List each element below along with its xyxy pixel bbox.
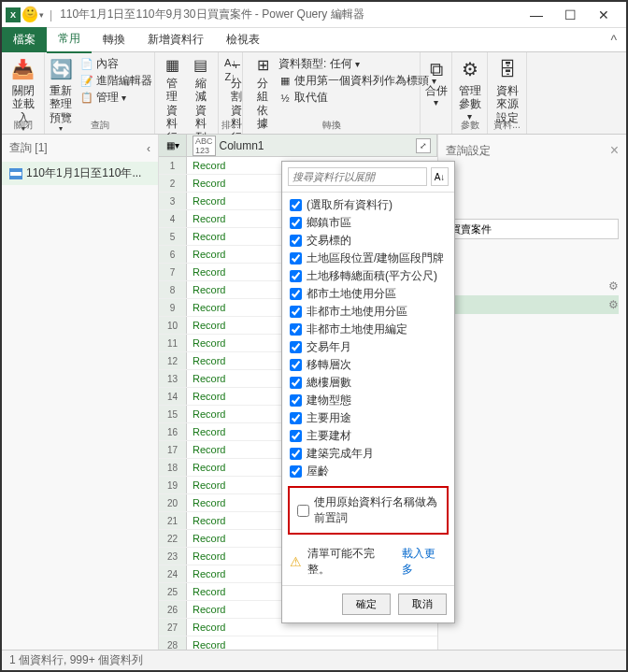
tab-file[interactable]: 檔案 — [2, 27, 47, 52]
column-checkbox[interactable]: 主要建材 — [290, 427, 447, 445]
column-checkbox[interactable]: 非都市土地使用分區 — [290, 303, 447, 321]
use-original-prefix-checkbox[interactable]: 使用原始資料行名稱做為前置詞 — [297, 493, 439, 527]
warning-icon: ⚠ — [290, 554, 302, 569]
column-checkbox[interactable]: 土地區段位置/建物區段門牌 — [290, 250, 447, 267]
advanced-editor-button[interactable]: 📝進階編輯器 — [80, 73, 152, 89]
minimize-button[interactable]: — — [525, 7, 548, 22]
row-number: 3 — [159, 193, 187, 209]
gear-icon[interactable]: ⚙ — [608, 298, 619, 311]
ok-button[interactable]: 確定 — [342, 593, 391, 615]
split-icon: ⫟ — [227, 56, 246, 75]
datatype-button[interactable]: 資料類型: 任何▾ — [278, 56, 360, 72]
properties-button[interactable]: 📄內容 — [80, 56, 119, 72]
query-item[interactable]: 110年1月1日至110年... — [2, 162, 158, 185]
column-header[interactable]: ABC123 Column1 ⤢ — [187, 135, 437, 156]
manage-button[interactable]: 📋管理▾ — [80, 90, 126, 106]
row-number: 19 — [159, 477, 187, 493]
search-columns-input[interactable] — [288, 167, 427, 186]
properties-icon: 📄 — [80, 58, 93, 71]
column-checkbox[interactable]: 建築完成年月 — [290, 445, 447, 463]
row-number: 6 — [159, 246, 187, 263]
replace-values-button[interactable]: ½取代值 — [278, 90, 328, 106]
datasource-icon: 🗄 — [494, 56, 521, 82]
column-checkbox[interactable]: 屋齡 — [290, 463, 447, 480]
column-checkbox[interactable]: 非都市土地使用編定 — [290, 321, 447, 338]
applied-step-selected[interactable]: ⚙ — [446, 295, 619, 314]
column-checkbox[interactable]: 都市土地使用分區 — [290, 285, 447, 303]
datasource-settings-button[interactable]: 🗄資料來源設定 — [492, 54, 523, 126]
row-number: 8 — [159, 281, 187, 298]
first-row-header-button[interactable]: ▦使用第一個資料列作為標頭▾ — [278, 73, 436, 89]
row-number: 16 — [159, 423, 187, 440]
query-name-input[interactable] — [446, 219, 619, 239]
column-checkbox[interactable]: 建物移轉總面積(平方公尺) — [290, 480, 447, 482]
row-number: 15 — [159, 406, 187, 422]
row-number: 11 — [159, 335, 187, 351]
row-number: 1 — [159, 157, 187, 174]
row-number: 28 — [159, 636, 187, 650]
column-checkbox[interactable]: (選取所有資料行) — [290, 196, 447, 214]
gear-icon[interactable]: ⚙ — [608, 279, 619, 293]
editor-icon: 📝 — [80, 75, 93, 88]
queries-pane: 查詢 [1] ‹ 110年1月1日至110年... — [2, 135, 159, 650]
table-row[interactable]: 28Record — [159, 636, 437, 650]
manage-params-button[interactable]: ⚙管理參數▾ — [454, 54, 486, 124]
column-checkbox[interactable]: 交易年月 — [290, 338, 447, 356]
row-number: 27 — [159, 619, 187, 636]
collapse-ribbon-icon[interactable]: ^ — [601, 33, 626, 48]
replace-icon: ½ — [278, 92, 292, 105]
record-cell[interactable]: Record — [187, 636, 437, 650]
dropdown-icon[interactable]: ▾ — [39, 10, 44, 20]
menubar: 檔案 常用 轉換 新增資料行 檢視表 ^ — [2, 28, 626, 52]
column-checkbox[interactable]: 總樓層數 — [290, 374, 447, 392]
row-number: 13 — [159, 370, 187, 387]
row-number: 26 — [159, 601, 187, 618]
load-more-link[interactable]: 載入更多 — [402, 546, 447, 578]
titlebar: X ▾ | 110年1月1日至110年9月30日買賣案件 - Power Que… — [2, 2, 626, 28]
close-button[interactable]: ✕ — [592, 7, 615, 22]
tab-home[interactable]: 常用 — [47, 26, 92, 53]
row-number: 20 — [159, 494, 187, 511]
warning-text: 清單可能不完整。 — [307, 546, 396, 578]
maximize-button[interactable]: ☐ — [559, 7, 581, 22]
row-number: 24 — [159, 565, 187, 582]
nav-collapse-icon[interactable]: ‹ — [147, 142, 150, 155]
excel-icon: X — [6, 7, 21, 22]
row-number: 10 — [159, 317, 187, 334]
column-checkbox[interactable]: 主要用途 — [290, 409, 447, 427]
cancel-button[interactable]: 取消 — [398, 593, 447, 615]
params-icon: ⚙ — [457, 56, 483, 82]
column-checkbox[interactable]: 建物型態 — [290, 392, 447, 409]
combine-button[interactable]: ⧉合併▾ — [421, 54, 452, 110]
row-number: 9 — [159, 299, 187, 316]
row-number: 4 — [159, 210, 187, 227]
tab-view[interactable]: 檢視表 — [215, 27, 271, 52]
window-title: 110年1月1日至110年9月30日買賣案件 - Power Query 編輯器 — [60, 7, 525, 22]
expand-column-icon[interactable]: ⤢ — [416, 138, 431, 153]
applied-step[interactable]: ⚙ — [446, 277, 619, 295]
refresh-icon: 🔄 — [48, 56, 74, 82]
status-text: 1 個資料行, 999+ 個資料列 — [9, 652, 143, 668]
column-checkbox[interactable]: 土地移轉總面積(平方公尺) — [290, 267, 447, 285]
datatype-icon[interactable]: ABC123 — [193, 136, 216, 156]
row-number: 25 — [159, 583, 187, 600]
sort-columns-button[interactable]: A↓ — [431, 167, 449, 186]
expand-column-popup: A↓ (選取所有資料行)鄉鎮市區交易標的土地區段位置/建物區段門牌土地移轉總面積… — [281, 161, 455, 623]
tab-addcolumn[interactable]: 新增資料行 — [136, 27, 215, 52]
row-number: 14 — [159, 388, 187, 405]
row-number: 23 — [159, 548, 187, 565]
column-checkbox[interactable]: 交易標的 — [290, 232, 447, 250]
column-checkbox[interactable]: 移轉層次 — [290, 356, 447, 374]
close-settings-icon[interactable]: × — [610, 142, 619, 159]
ribbon: 📥 關閉並載入▾ 關閉 🔄 重新整理預覽▾ 📄內容 📝進階編輯器 📋管理▾ 查詢… — [2, 52, 626, 135]
header-icon: ▦ — [278, 75, 292, 88]
statusbar: 1 個資料行, 999+ 個資料列 — [2, 650, 626, 670]
tab-transform[interactable]: 轉換 — [92, 27, 136, 52]
columns-icon: ▦ — [163, 56, 181, 75]
smile-icon — [22, 7, 37, 22]
queries-header: 查詢 [1] — [9, 140, 48, 156]
close-load-icon: 📥 — [10, 56, 36, 82]
column-checkbox[interactable]: 鄉鎮市區 — [290, 214, 447, 232]
query-settings-pane: 查詢設定 × ⚙ ⚙ — [437, 135, 626, 650]
combine-icon: ⧉ — [423, 56, 450, 82]
